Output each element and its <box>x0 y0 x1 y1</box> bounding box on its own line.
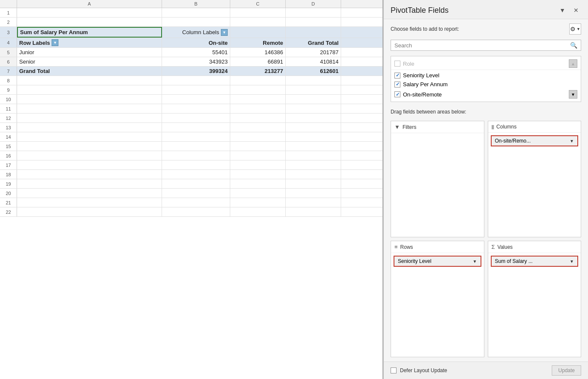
table-row: 15 <box>0 142 382 151</box>
rows-chip-seniority[interactable]: Seniority Level ▼ <box>394 256 481 267</box>
update-button[interactable]: Update <box>552 365 581 376</box>
field-checkbox-salary[interactable]: ✓ <box>394 82 400 87</box>
junior-total: 201787 <box>286 48 341 57</box>
chip-dropdown-icon[interactable]: ▼ <box>473 259 477 264</box>
field-checkbox-onsite[interactable]: ✓ <box>394 91 400 97</box>
col-header-b: B <box>162 0 230 8</box>
grand-total-label: Grand Total <box>17 67 162 76</box>
row-labels-cell: Row Labels ▼ <box>17 38 162 47</box>
table-row: 2 <box>0 17 382 27</box>
search-box: 🔍 <box>391 40 581 51</box>
columns-chip-onsite[interactable]: On-site/Remo... ▼ <box>491 135 579 146</box>
column-labels-dropdown[interactable]: ▼ <box>221 29 228 36</box>
drag-area-values-header: Σ Values <box>488 241 581 253</box>
table-row: 6 Senior 343923 66891 410814 <box>0 57 382 67</box>
row-num-header <box>0 0 17 8</box>
table-row: 12 <box>0 114 382 123</box>
spreadsheet: A B C D 1 2 3 Sum of Salary Per Annum <box>0 0 383 379</box>
table-row: 9 <box>0 85 382 95</box>
col-header-grand-total: Grand Total <box>286 38 341 47</box>
columns-chip-label: On-site/Remo... <box>495 138 531 144</box>
pivot-panel-icons: ▼ ✕ <box>557 5 581 15</box>
scroll-up-btn[interactable]: ▲ <box>569 59 577 68</box>
table-row: 10 <box>0 95 382 104</box>
column-labels-cell: Column Labels ▼ <box>162 27 230 38</box>
values-label: Values <box>498 244 513 250</box>
values-icon: Σ <box>492 244 495 250</box>
search-input[interactable] <box>394 42 570 49</box>
senior-total: 410814 <box>286 57 341 66</box>
drag-area-rows: ≡ Rows Seniority Level ▼ <box>391 241 484 357</box>
table-row: 16 <box>0 151 382 160</box>
drag-area-values: Σ Values Sum of Salary ... ▼ <box>488 241 582 357</box>
junior-onsite: 55401 <box>162 48 230 57</box>
senior-remote: 66891 <box>230 57 286 66</box>
chevron-down-icon[interactable]: ▼ <box>557 5 568 15</box>
field-label-seniority: Seniority Level <box>403 72 439 79</box>
col-header-remote: Remote <box>230 38 286 47</box>
chip-dropdown-icon[interactable]: ▼ <box>570 139 574 143</box>
filters-label: Filters <box>403 124 417 130</box>
drag-area-columns: ||| Columns On-site/Remo... ▼ <box>488 121 582 237</box>
field-checkbox-seniority[interactable]: ✓ <box>394 73 400 79</box>
drag-area-columns-header: ||| Columns <box>488 121 581 133</box>
table-row: 8 <box>0 76 382 85</box>
columns-icon: ||| <box>492 124 494 129</box>
drag-areas: ▼ Filters ||| Columns On-site/Remo... ▼ <box>391 121 581 357</box>
scroll-down-btn[interactable]: ▼ <box>569 90 577 99</box>
defer-label: Defer Layout Update <box>400 367 548 373</box>
col-header-c: C <box>230 0 286 8</box>
table-row: 13 <box>0 123 382 132</box>
table-row: 22 <box>0 207 382 217</box>
table-row: 5 Junior 55401 146386 201787 <box>0 48 382 57</box>
field-item-role: Role ▲ <box>391 58 581 70</box>
table-row: 17 <box>0 160 382 170</box>
fields-list: Role ▲ ✓ Seniority Level ✓ Salary Per An… <box>391 56 581 102</box>
drag-area-filters-header: ▼ Filters <box>391 121 484 133</box>
defer-row: Defer Layout Update Update <box>384 362 588 379</box>
table-row: 18 <box>0 170 382 179</box>
senior-label: Senior <box>17 57 162 66</box>
search-icon: 🔍 <box>570 42 577 49</box>
filter-icon: ▼ <box>394 124 400 130</box>
field-item-seniority: ✓ Seniority Level <box>391 71 581 80</box>
defer-checkbox[interactable] <box>391 367 397 373</box>
drag-areas-label: Drag fields between areas below: <box>391 109 581 115</box>
gear-button[interactable]: ⚙ ▼ <box>569 23 581 35</box>
drag-area-filters: ▼ Filters <box>391 121 484 237</box>
grand-total-remote: 213277 <box>230 67 286 76</box>
close-icon[interactable]: ✕ <box>571 5 581 15</box>
pivot-panel-header: PivotTable Fields ▼ ✕ <box>384 0 588 19</box>
rows-chip-label: Seniority Level <box>398 258 432 264</box>
chip-dropdown-icon[interactable]: ▼ <box>570 259 574 264</box>
rows-icon: ≡ <box>394 244 398 250</box>
values-chip-salary[interactable]: Sum of Salary ... ▼ <box>491 256 579 267</box>
row-labels-dropdown[interactable]: ▼ <box>52 39 58 46</box>
pivot-fields-panel: PivotTable Fields ▼ ✕ Choose fields to a… <box>383 0 588 379</box>
table-row: 19 <box>0 179 382 189</box>
junior-label: Junior <box>17 48 162 57</box>
grand-total-total: 612601 <box>286 67 341 76</box>
field-label-salary: Salary Per Annum <box>403 81 448 87</box>
junior-remote: 146386 <box>230 48 286 57</box>
gear-icon: ⚙ <box>570 26 576 32</box>
pivot-title: Sum of Salary Per Annum <box>17 27 162 38</box>
rows-content: Seniority Level ▼ <box>391 253 484 357</box>
filters-content[interactable] <box>391 133 484 237</box>
column-headers: A B C D <box>0 0 382 8</box>
col-header-d: D <box>286 0 341 8</box>
pivot-panel-body: Choose fields to add to report: ⚙ ▼ 🔍 Ro… <box>384 19 588 362</box>
columns-label: Columns <box>496 124 516 130</box>
table-row: 20 <box>0 189 382 198</box>
table-row: 14 <box>0 132 382 142</box>
col-header-onsite: On-site <box>162 38 230 47</box>
values-content: Sum of Salary ... ▼ <box>488 253 581 357</box>
rows-label: Rows <box>400 244 413 250</box>
fields-section-header: Choose fields to add to report: ⚙ ▼ <box>391 23 581 35</box>
columns-content: On-site/Remo... ▼ <box>488 133 581 237</box>
col-labels-row: 4 Row Labels ▼ On-site Remote Grand Tota… <box>0 38 382 48</box>
field-checkbox-role[interactable] <box>394 61 400 67</box>
field-label-role: Role <box>403 61 414 67</box>
table-row: 21 <box>0 198 382 207</box>
table-row: 1 <box>0 8 382 17</box>
